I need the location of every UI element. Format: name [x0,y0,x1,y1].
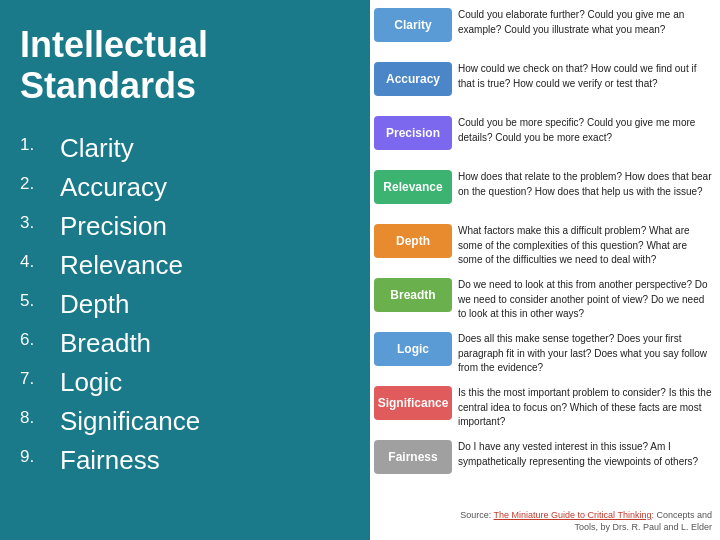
standard-row: SignificanceIs this the most important p… [374,384,712,436]
standard-questions: What factors make this a difficult probl… [458,222,712,268]
standard-questions: Is this the most important problem to co… [458,384,712,430]
standard-badge: Relevance [374,170,452,204]
list-number: 8. [20,402,52,441]
standard-badge: Precision [374,116,452,150]
list-item: 5. Depth [20,285,350,324]
standard-badge: Logic [374,332,452,366]
list-item: 2. Accuracy [20,168,350,207]
standard-questions: How does that relate to the problem? How… [458,168,712,199]
list-number: 7. [20,363,52,402]
source-link[interactable]: The Miniature Guide to Critical Thinking [494,510,652,520]
list-number: 6. [20,324,52,363]
list-label: Accuracy [60,168,167,207]
list-number: 1. [20,129,52,168]
list-item: 6. Breadth [20,324,350,363]
standard-row: BreadthDo we need to look at this from a… [374,276,712,328]
standard-badge: Breadth [374,278,452,312]
list-number: 2. [20,168,52,207]
standard-row: AccuracyHow could we check on that? How … [374,60,712,112]
right-panel: ClarityCould you elaborate further? Coul… [370,0,720,540]
standard-badge: Accuracy [374,62,452,96]
list-label: Fairness [60,441,160,480]
list-number: 4. [20,246,52,285]
list-label: Breadth [60,324,151,363]
standard-badge: Fairness [374,440,452,474]
list-label: Logic [60,363,122,402]
page-title: Intellectual Standards [20,24,350,107]
list-item: 8. Significance [20,402,350,441]
standard-questions: Does all this make sense together? Does … [458,330,712,376]
standard-questions: Do I have any vested interest in this is… [458,438,712,469]
source-citation: Source: The Miniature Guide to Critical … [374,505,712,534]
list-number: 9. [20,441,52,480]
standard-row: RelevanceHow does that relate to the pro… [374,168,712,220]
list-label: Precision [60,207,167,246]
standard-row: DepthWhat factors make this a difficult … [374,222,712,274]
list-item: 7. Logic [20,363,350,402]
list-number: 5. [20,285,52,324]
left-panel: Intellectual Standards 1. Clarity2. Accu… [0,0,370,540]
list-label: Depth [60,285,129,324]
standard-questions: Do we need to look at this from another … [458,276,712,322]
list-label: Clarity [60,129,134,168]
list-item: 4. Relevance [20,246,350,285]
list-item: 1. Clarity [20,129,350,168]
standard-row: ClarityCould you elaborate further? Coul… [374,6,712,58]
standard-questions: How could we check on that? How could we… [458,60,712,91]
list-label: Relevance [60,246,183,285]
standard-questions: Could you be more specific? Could you gi… [458,114,712,145]
standard-badge: Depth [374,224,452,258]
standards-list: 1. Clarity2. Accuracy3. Precision4. Rele… [20,129,350,480]
list-item: 9. Fairness [20,441,350,480]
standard-badge: Significance [374,386,452,420]
list-label: Significance [60,402,200,441]
standard-row: FairnessDo I have any vested interest in… [374,438,712,490]
standard-questions: Could you elaborate further? Could you g… [458,6,712,37]
standard-badge: Clarity [374,8,452,42]
standard-row: PrecisionCould you be more specific? Cou… [374,114,712,166]
list-item: 3. Precision [20,207,350,246]
standard-row: LogicDoes all this make sense together? … [374,330,712,382]
list-number: 3. [20,207,52,246]
